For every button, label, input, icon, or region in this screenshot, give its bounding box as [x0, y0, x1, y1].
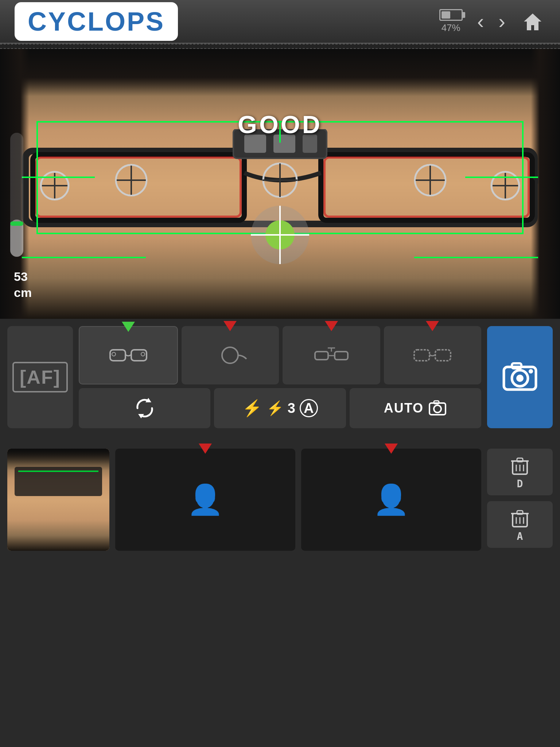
glasses-icon-3	[311, 344, 351, 366]
indicator-green-1	[122, 322, 135, 332]
hair-top	[0, 49, 560, 96]
svg-rect-33	[335, 352, 348, 360]
battery-icon	[439, 9, 463, 21]
rotate-button[interactable]	[79, 388, 210, 428]
rotate-icon	[134, 397, 156, 419]
glasses-option-4[interactable]	[384, 326, 482, 384]
person-icon-3: 👤	[373, 483, 409, 517]
trash-a-icon	[509, 507, 531, 529]
indicator-red-4	[426, 321, 439, 331]
indicator-red-2	[223, 321, 237, 331]
glasses-option-1[interactable]	[79, 326, 178, 384]
camera-small-icon	[428, 399, 447, 418]
crosshair-left	[22, 177, 95, 178]
distance-slider[interactable]	[10, 133, 23, 257]
home-button[interactable]	[520, 9, 545, 34]
glasses-icon-1	[108, 344, 148, 366]
home-icon	[522, 11, 544, 32]
gallery-slots: 👤 👤	[115, 449, 481, 551]
slot-indicator-3	[385, 444, 398, 454]
crosshair-right	[465, 177, 538, 178]
svg-rect-32	[315, 352, 328, 360]
crosshair-mid-right	[414, 257, 538, 258]
controls-top-row: [AF]	[7, 326, 553, 428]
svg-point-31	[222, 347, 238, 363]
capture-mode-button[interactable]: AUTO	[350, 388, 481, 428]
forward-button[interactable]: ›	[498, 11, 505, 32]
af-button[interactable]: [AF]	[7, 326, 73, 428]
flash-icon: ⚡	[242, 399, 262, 418]
flash-number: ⚡ 3	[267, 400, 295, 416]
camera-view[interactable]: GOOD 53 cm	[0, 49, 560, 319]
gallery-actions: D A	[487, 449, 553, 551]
flash-mode-a: A	[300, 399, 318, 417]
glasses-option-3[interactable]	[283, 326, 380, 384]
svg-point-30	[141, 352, 145, 356]
gallery-thumbnail-1[interactable]	[7, 449, 109, 551]
glasses-icon-2	[210, 344, 250, 366]
flash-button[interactable]: ⚡ ⚡ 3 A	[214, 388, 346, 428]
controls-bottom-row: ⚡ ⚡ 3 A AUTO	[79, 388, 481, 428]
distance-indicator	[10, 221, 23, 226]
svg-rect-49	[517, 458, 523, 462]
glasses-options-row	[79, 326, 481, 384]
distance-label: 53 cm	[14, 268, 32, 301]
delete-a-label: A	[517, 530, 523, 542]
glasses-option-2[interactable]	[182, 326, 279, 384]
app-header: CYCLOPS 47% ‹ ›	[0, 0, 560, 44]
delete-d-button[interactable]: D	[487, 449, 553, 495]
svg-rect-55	[517, 511, 523, 514]
battery-indicator: 47%	[439, 9, 463, 34]
svg-marker-0	[524, 13, 541, 30]
indicator-red-3	[325, 321, 338, 331]
svg-point-46	[529, 369, 533, 374]
battery-fill	[442, 11, 450, 19]
capture-button[interactable]	[487, 326, 553, 428]
reticle-inner	[265, 220, 295, 249]
auto-label: AUTO	[384, 400, 424, 416]
trash-d-icon	[509, 454, 531, 476]
svg-point-40	[434, 405, 441, 413]
center-reticle	[251, 206, 309, 264]
status-label: GOOD	[238, 110, 322, 139]
glasses-selector: ⚡ ⚡ 3 A AUTO	[79, 326, 481, 428]
logo-text: CYCLOPS	[28, 7, 165, 36]
gallery-area: 👤 👤 D	[0, 441, 560, 558]
delete-d-label: D	[517, 478, 523, 490]
reticle-vertical	[279, 206, 281, 264]
controls-area: [AF]	[0, 319, 560, 441]
app-logo: CYCLOPS	[15, 2, 178, 41]
svg-point-44	[516, 375, 524, 382]
stitched-divider	[0, 44, 560, 49]
slot-indicator-2	[199, 444, 212, 454]
header-controls: 47% ‹ ›	[439, 9, 545, 34]
svg-point-29	[112, 352, 116, 356]
af-label: [AF]	[12, 362, 68, 392]
camera-icon	[502, 359, 538, 395]
battery-percent: 47%	[442, 22, 460, 34]
crosshair-mid-left	[22, 257, 146, 258]
delete-a-button[interactable]: A	[487, 501, 553, 548]
svg-rect-36	[435, 350, 451, 361]
person-icon-2: 👤	[187, 483, 223, 517]
svg-rect-35	[414, 350, 429, 361]
back-button[interactable]: ‹	[477, 11, 484, 32]
glasses-icon-4	[412, 344, 452, 366]
gallery-slot-3[interactable]: 👤	[301, 449, 481, 551]
gallery-slot-2[interactable]: 👤	[115, 449, 295, 551]
